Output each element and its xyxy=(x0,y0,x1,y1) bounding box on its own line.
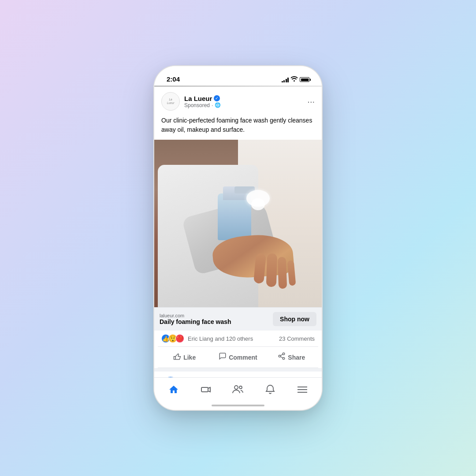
author-details: La Lueur ✓ Sponsored · 🌐 xyxy=(184,95,221,108)
author-name[interactable]: La Lueur xyxy=(184,95,212,102)
more-options-button[interactable]: ··· xyxy=(307,97,315,107)
like-button[interactable]: Like xyxy=(158,349,211,366)
action-buttons: Like Comment xyxy=(158,346,318,368)
shop-domain: lalueur.com xyxy=(160,313,231,318)
product-name: Daily foaming face wash xyxy=(160,318,231,325)
second-post-header: Colby Harris 1h · 🌐 ··· xyxy=(154,372,322,377)
shop-bar-info: lalueur.com Daily foaming face wash xyxy=(160,313,231,325)
nav-home[interactable] xyxy=(158,378,190,401)
status-icons xyxy=(282,76,310,83)
globe-icon: 🌐 xyxy=(215,102,221,108)
phone-frame: 2:04 xyxy=(154,66,322,410)
emoji-reactions: 👍 😲 ❤️ xyxy=(161,334,184,343)
battery-icon xyxy=(300,77,309,82)
reactions-left: 👍 😲 ❤️ Eric Liang and 120 others xyxy=(161,334,253,343)
nav-video[interactable] xyxy=(190,378,222,401)
nav-friends[interactable] xyxy=(222,378,254,401)
author-info: La Lueur La Lueur ✓ Sponsored · 🌐 xyxy=(161,92,221,111)
home-indicator xyxy=(154,401,322,410)
author-avatar: La Lueur xyxy=(161,92,180,111)
signal-icon xyxy=(282,77,289,82)
svg-line-4 xyxy=(281,354,283,356)
reactions-count: Eric Liang and 120 others xyxy=(188,335,253,342)
svg-marker-13 xyxy=(208,387,210,392)
post-meta: Sponsored · 🌐 xyxy=(184,102,221,108)
like-label: Like xyxy=(183,354,196,361)
svg-point-1 xyxy=(279,355,281,357)
phone-content[interactable]: La Lueur La Lueur ✓ Sponsored · 🌐 xyxy=(154,87,322,377)
phone-notch xyxy=(212,66,264,78)
svg-point-0 xyxy=(283,353,285,355)
nav-notifications[interactable] xyxy=(254,378,286,401)
love-reaction: ❤️ xyxy=(175,334,184,343)
ad-post-card: La Lueur La Lueur ✓ Sponsored · 🌐 xyxy=(154,87,322,368)
nav-menu[interactable] xyxy=(286,378,318,401)
svg-line-3 xyxy=(281,357,283,358)
home-bar xyxy=(212,405,264,406)
svg-point-15 xyxy=(239,386,242,389)
svg-point-2 xyxy=(283,357,285,360)
comment-label: Comment xyxy=(229,354,257,361)
second-post-card: Colby Harris 1h · 🌐 ··· xyxy=(154,372,322,377)
post-header: La Lueur La Lueur ✓ Sponsored · 🌐 xyxy=(154,87,322,114)
verified-icon: ✓ xyxy=(214,95,220,101)
share-label: Share xyxy=(288,354,305,361)
product-image xyxy=(154,140,322,307)
post-body-text: Our clinic-perfected foaming face wash g… xyxy=(154,114,322,140)
wifi-icon xyxy=(291,76,298,83)
svg-rect-12 xyxy=(201,387,208,392)
share-button[interactable]: Share xyxy=(265,349,318,366)
comments-count: 23 Comments xyxy=(279,335,315,342)
like-icon xyxy=(173,352,181,362)
shop-bar: lalueur.com Daily foaming face wash Shop… xyxy=(154,307,322,331)
svg-point-14 xyxy=(234,386,238,389)
status-time: 2:04 xyxy=(167,75,180,83)
comment-button[interactable]: Comment xyxy=(211,349,264,366)
shop-now-button[interactable]: Shop now xyxy=(273,312,316,326)
bottom-nav xyxy=(154,377,322,401)
comment-icon xyxy=(219,352,227,362)
share-icon xyxy=(278,352,286,362)
reactions-row: 👍 😲 ❤️ Eric Liang and 120 others 23 Comm… xyxy=(154,331,322,346)
